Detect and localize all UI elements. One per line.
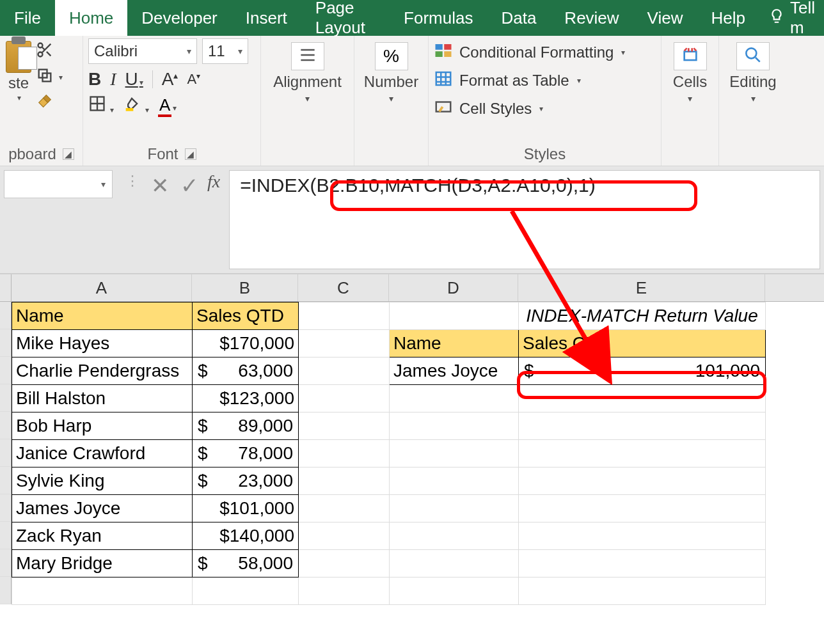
grow-font-button[interactable]: A▴ (162, 69, 178, 90)
cell-styles-button[interactable]: Cell Styles▾ (434, 97, 625, 120)
cut-button[interactable] (36, 41, 63, 63)
cell-B11[interactable] (193, 577, 299, 605)
cell-E3[interactable]: $101,000 (519, 357, 766, 385)
cell-D11[interactable] (390, 577, 519, 605)
cell-A1[interactable]: Name (12, 302, 193, 330)
tab-review[interactable]: Review (550, 0, 633, 36)
tab-formulas[interactable]: Formulas (390, 0, 487, 36)
cell-A5[interactable]: Bob Harp (12, 412, 193, 440)
fill-color-button[interactable]: ▾ (123, 95, 148, 115)
number-dropdown[interactable]: ▾ (389, 93, 393, 104)
tab-data[interactable]: Data (487, 0, 550, 36)
font-size-combo[interactable]: 11▾ (202, 38, 248, 64)
cell-E11[interactable] (519, 577, 766, 605)
find-select-button[interactable] (736, 42, 770, 70)
tell-me-search[interactable]: Tell m (759, 0, 824, 36)
cell-D9[interactable] (390, 522, 519, 550)
cell-B6[interactable]: $78,000 (193, 440, 299, 467)
tab-insert[interactable]: Insert (232, 0, 301, 36)
cell-A9[interactable]: Zack Ryan (12, 522, 193, 550)
copy-button[interactable]: ▾ (36, 67, 63, 88)
underline-button[interactable]: U▾ (125, 69, 143, 90)
clipboard-dialog-launcher[interactable]: ◢ (63, 148, 74, 160)
number-format-button[interactable]: % (375, 42, 408, 70)
cell-E6[interactable] (519, 440, 766, 467)
paste-icon[interactable] (6, 41, 31, 73)
tab-page-layout[interactable]: Page Layout (301, 0, 390, 36)
cell-A7[interactable]: Sylvie King (12, 467, 193, 495)
format-painter-button[interactable] (36, 92, 63, 114)
cell-E10[interactable] (519, 550, 766, 577)
shrink-font-button[interactable]: A▾ (187, 71, 200, 88)
cell-C4[interactable] (299, 385, 390, 412)
conditional-formatting-button[interactable]: Conditional Formatting▾ (434, 41, 625, 64)
select-all-corner[interactable] (0, 274, 12, 301)
tab-file[interactable]: File (0, 0, 55, 36)
row-headers[interactable] (0, 302, 12, 605)
alignment-button[interactable] (291, 42, 324, 70)
cell-E2[interactable]: Sales QTD (519, 330, 766, 357)
italic-button[interactable]: I (110, 69, 116, 90)
fx-handle-icon[interactable]: ⋮ (125, 173, 139, 189)
cell-A4[interactable]: Bill Halston (12, 385, 193, 412)
enter-formula-button[interactable]: ✓ (180, 173, 198, 198)
format-as-table-button[interactable]: Format as Table▾ (434, 69, 625, 92)
cell-E9[interactable] (519, 522, 766, 550)
tab-view[interactable]: View (633, 0, 697, 36)
name-box[interactable]: ▾ (4, 170, 113, 198)
cell-A10[interactable]: Mary Bridge (12, 550, 193, 577)
borders-button[interactable]: ▾ (88, 95, 114, 115)
tab-help[interactable]: Help (697, 0, 759, 36)
cell-B3[interactable]: $63,000 (193, 357, 299, 385)
font-color-button[interactable]: A▾ (158, 95, 177, 115)
cell-D4[interactable] (390, 385, 519, 412)
cell-D5[interactable] (390, 412, 519, 440)
cell-A2[interactable]: Mike Hayes (12, 330, 193, 357)
tab-developer[interactable]: Developer (127, 0, 232, 36)
fx-label[interactable]: fx (207, 166, 229, 192)
cell-A3[interactable]: Charlie Pendergrass (12, 357, 193, 385)
cell-C2[interactable] (299, 330, 390, 357)
cell-B2[interactable]: $170,000 (193, 330, 299, 357)
tab-home[interactable]: Home (55, 0, 127, 36)
font-name-combo[interactable]: Calibri▾ (88, 38, 197, 64)
cell-D7[interactable] (390, 467, 519, 495)
cell-E8[interactable] (519, 495, 766, 522)
font-dialog-launcher[interactable]: ◢ (185, 148, 196, 160)
cell-A11[interactable] (12, 577, 193, 605)
cell-D1[interactable] (390, 302, 519, 330)
alignment-dropdown[interactable]: ▾ (305, 93, 310, 104)
cell-B8[interactable]: $101,000 (193, 495, 299, 522)
col-header-E[interactable]: E (518, 274, 765, 301)
cell-E7[interactable] (519, 467, 766, 495)
col-header-C[interactable]: C (298, 274, 389, 301)
cell-C3[interactable] (299, 357, 390, 385)
cell-D8[interactable] (390, 495, 519, 522)
col-header-D[interactable]: D (389, 274, 518, 301)
cell-B10[interactable]: $58,000 (193, 550, 299, 577)
cell-B4[interactable]: $123,000 (193, 385, 299, 412)
bold-button[interactable]: B (88, 69, 101, 90)
cell-C8[interactable] (299, 495, 390, 522)
cancel-formula-button[interactable]: ✕ (151, 173, 169, 198)
cell-D6[interactable] (390, 440, 519, 467)
cell-E5[interactable] (519, 412, 766, 440)
cell-D2[interactable]: Name (390, 330, 519, 357)
cell-C5[interactable] (299, 412, 390, 440)
cell-C1[interactable] (299, 302, 390, 330)
cell-A8[interactable]: James Joyce (12, 495, 193, 522)
cell-B1[interactable]: Sales QTD (193, 302, 299, 330)
cell-D10[interactable] (390, 550, 519, 577)
cell-E1[interactable]: INDEX-MATCH Return Value (519, 302, 766, 330)
formula-input[interactable]: =INDEX(B2:B10,MATCH(D3,A2:A10,0),1) (229, 170, 820, 269)
cells-button[interactable] (674, 42, 707, 70)
cell-B7[interactable]: $23,000 (193, 467, 299, 495)
cell-D3[interactable]: James Joyce (390, 357, 519, 385)
cell-C9[interactable] (299, 522, 390, 550)
cell-B9[interactable]: $140,000 (193, 522, 299, 550)
cell-C11[interactable] (299, 577, 390, 605)
col-header-B[interactable]: B (192, 274, 298, 301)
cell-C6[interactable] (299, 440, 390, 467)
paste-dropdown[interactable]: ▾ (17, 93, 21, 102)
cell-C7[interactable] (299, 467, 390, 495)
